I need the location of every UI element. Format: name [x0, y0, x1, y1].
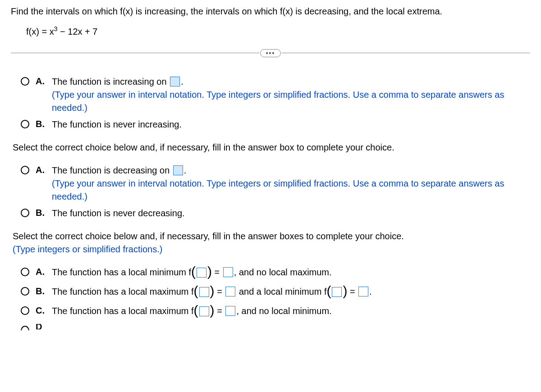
answer-blank[interactable]: [197, 268, 206, 278]
text-mid: and a local minimum f: [236, 287, 326, 296]
eq-text: =: [215, 287, 225, 296]
choice-row: B. The function is never decreasing.: [21, 207, 530, 220]
text-pre: The function is decreasing on: [52, 165, 172, 175]
answer-blank[interactable]: [173, 165, 183, 175]
divider-row: •••: [11, 49, 530, 57]
choice-row: B. The function has a local maximum f() …: [21, 285, 530, 298]
choice-letter: A.: [36, 164, 46, 175]
answer-blank[interactable]: [199, 306, 209, 316]
paren-blank: (): [326, 287, 347, 297]
choice-text: The function is decreasing on . (Type yo…: [52, 164, 530, 203]
text-pre: The function has a local maximum f: [52, 287, 194, 296]
choice-letter: D: [36, 324, 46, 329]
choice-row-cutoff: D: [21, 324, 530, 330]
prompt-decreasing: Select the correct choice below and, if …: [13, 141, 530, 154]
choice-letter: B.: [36, 118, 46, 129]
answer-blank[interactable]: [225, 306, 235, 316]
text-post: , and no local maximum.: [234, 267, 332, 277]
choice-group-extrema: A. The function has a local minimum f() …: [21, 266, 530, 330]
radio-button[interactable]: [21, 306, 29, 315]
text-pre: The function has a local minimum f: [52, 267, 191, 277]
choice-letter: A.: [36, 266, 46, 277]
text-post: .: [369, 287, 372, 296]
radio-button[interactable]: [21, 166, 29, 174]
formula-prefix: f(x) = x: [26, 27, 54, 36]
expand-button[interactable]: •••: [260, 49, 281, 57]
radio-button[interactable]: [21, 326, 29, 330]
radio-button[interactable]: [21, 287, 29, 296]
choice-letter: B.: [36, 207, 46, 218]
choice-row: A. The function is decreasing on . (Type…: [21, 164, 530, 203]
function-formula: f(x) = x3 − 12x + 7: [11, 25, 530, 37]
choice-text: The function has a local minimum f() = ,…: [52, 266, 530, 279]
radio-button[interactable]: [21, 209, 29, 217]
right-paren-icon: ): [343, 287, 347, 296]
paren-blank: (): [191, 268, 212, 278]
choice-row: C. The function has a local maximum f() …: [21, 305, 530, 318]
text-post: .: [181, 77, 183, 87]
radio-button[interactable]: [21, 77, 29, 86]
choice-group-decreasing: A. The function is decreasing on . (Type…: [21, 164, 530, 220]
left-paren-icon: (: [326, 287, 331, 296]
answer-blank[interactable]: [223, 267, 233, 277]
choice-row: A. The function has a local minimum f() …: [21, 266, 530, 279]
choice-letter: A.: [36, 75, 46, 87]
choice-letter: B.: [36, 285, 46, 296]
divider-right: [282, 53, 530, 53]
right-paren-icon: ): [210, 306, 215, 315]
paren-blank: (): [194, 287, 215, 297]
prompt-line2: (Type integers or simplified fractions.): [13, 244, 162, 254]
text-pre: The function is increasing on: [52, 77, 169, 87]
text-pre: The function has a local maximum f: [52, 306, 194, 316]
left-paren-icon: (: [191, 267, 196, 276]
choice-text: The function is never increasing.: [52, 118, 530, 131]
prompt-extrema: Select the correct choice below and, if …: [13, 230, 530, 256]
answer-blank[interactable]: [358, 287, 368, 296]
choice-row: B. The function is never increasing.: [21, 118, 530, 131]
hint-text: (Type your answer in interval notation. …: [52, 90, 504, 113]
radio-button[interactable]: [21, 120, 29, 128]
text-post: .: [184, 165, 187, 175]
choice-text: The function has a local maximum f() = a…: [52, 285, 530, 298]
answer-blank[interactable]: [170, 77, 180, 87]
divider-left: [11, 53, 259, 53]
right-paren-icon: ): [210, 287, 215, 296]
choice-text: The function is increasing on . (Type yo…: [52, 75, 530, 114]
eq-text: =: [347, 287, 358, 296]
eq-text: =: [215, 306, 225, 316]
choice-text: The function is never decreasing.: [52, 207, 530, 220]
eq-text: =: [212, 267, 222, 277]
hint-text: (Type your answer in interval notation. …: [52, 178, 504, 201]
choice-group-increasing: A. The function is increasing on . (Type…: [21, 75, 530, 131]
choice-row: A. The function is increasing on . (Type…: [21, 75, 530, 114]
answer-blank[interactable]: [225, 287, 235, 296]
question-intro: Find the intervals on which f(x) is incr…: [11, 6, 530, 17]
prompt-line1: Select the correct choice below and, if …: [13, 231, 404, 241]
choice-text: The function has a local maximum f() = ,…: [52, 305, 530, 318]
choice-letter: C.: [36, 305, 46, 316]
radio-button[interactable]: [21, 268, 29, 276]
text-post: , and no local minimum.: [236, 306, 331, 316]
right-paren-icon: ): [207, 267, 212, 276]
answer-blank[interactable]: [332, 287, 342, 297]
left-paren-icon: (: [194, 306, 198, 315]
paren-blank: (): [194, 306, 215, 316]
formula-suffix: − 12x + 7: [57, 27, 97, 36]
answer-blank[interactable]: [199, 287, 209, 297]
left-paren-icon: (: [194, 287, 198, 296]
